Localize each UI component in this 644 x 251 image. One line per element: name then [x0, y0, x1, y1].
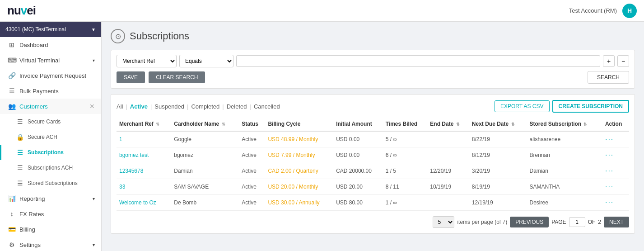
- sidebar-item-label: Customers: [19, 103, 48, 110]
- search-field-select[interactable]: Merchant Ref Cardholder Name Status: [117, 55, 177, 67]
- sidebar-item-billing[interactable]: 💳 Billing: [0, 222, 101, 237]
- stored-subscription-cell: Brennan: [527, 147, 602, 163]
- sidebar-item-fx-rates[interactable]: ↕ FX Rates: [0, 206, 101, 222]
- action-menu-button[interactable]: ···: [605, 199, 614, 206]
- action-menu-button[interactable]: ···: [605, 167, 614, 175]
- sidebar-item-label: Subscriptions ACH: [28, 165, 73, 171]
- sidebar-item-subscriptions-ach[interactable]: ☰ Subscriptions ACH: [0, 160, 101, 175]
- billing-cycle-cell: USD 7.99 / Monthly: [265, 147, 333, 163]
- of-label: OF: [588, 219, 596, 225]
- close-icon[interactable]: ✕: [89, 103, 95, 110]
- status-cell: Active: [239, 163, 265, 179]
- sidebar-item-dashboard[interactable]: ⊞ Dashboard: [0, 37, 101, 52]
- merchant-ref-cell[interactable]: 12345678: [117, 163, 171, 179]
- sort-icon: ⇅: [456, 122, 460, 127]
- sidebar-item-bulk-payments[interactable]: ☰ Bulk Payments: [0, 83, 101, 99]
- sidebar-item-label: Bulk Payments: [19, 88, 59, 95]
- top-header: nuvei Test Account (RM) H: [0, 0, 644, 22]
- page-title-bar: ⊙ Subscriptions: [111, 29, 635, 43]
- pagination: 5 10 25 items per page (of 7) PREVIOUS P…: [117, 216, 629, 228]
- filter-all[interactable]: All: [117, 103, 123, 110]
- main-content: ⊙ Subscriptions Merchant Ref Cardholder …: [102, 22, 644, 251]
- sidebar-item-label: Invoice Payment Request: [19, 72, 86, 79]
- col-billing-cycle: Billing Cycle: [265, 117, 333, 131]
- terminal-selector[interactable]: 43001 (MC) TestTerminal ▼: [0, 22, 101, 37]
- virtual-terminal-icon: ⌨: [8, 57, 16, 64]
- bulk-payments-icon: ☰: [8, 87, 16, 95]
- sidebar-item-label: Virtual Terminal: [19, 57, 60, 64]
- subscriptions-ach-icon: ☰: [16, 164, 24, 171]
- action-menu-button[interactable]: ···: [605, 183, 614, 190]
- stored-subscription-cell: Desiree: [527, 195, 602, 211]
- initial-amount-cell: CAD 20000.00: [333, 163, 383, 179]
- chevron-down-icon: ▾: [93, 58, 95, 63]
- table-row: bgomez test bgomez Active USD 7.99 / Mon…: [117, 147, 629, 163]
- sidebar-item-customers[interactable]: 👥 Customers ✕: [0, 99, 101, 114]
- search-button[interactable]: SEARCH: [588, 71, 629, 84]
- merchant-ref-cell[interactable]: Welcome to Oz: [117, 195, 171, 211]
- filter-active[interactable]: Active: [130, 103, 148, 110]
- times-billed-cell: 8 / 11: [383, 179, 428, 195]
- table-row: 1 Goggle Active USD 48.99 / Monthly USD …: [117, 131, 629, 147]
- filter-deleted[interactable]: Deleted: [227, 103, 247, 110]
- search-value-input[interactable]: [236, 55, 600, 67]
- action-cell[interactable]: ···: [602, 179, 629, 195]
- sidebar-item-secure-ach[interactable]: 🔒 Secure ACH: [0, 129, 101, 145]
- sidebar-item-invoice[interactable]: 🔗 Invoice Payment Request: [0, 68, 101, 83]
- filter-completed[interactable]: Completed: [191, 103, 219, 110]
- export-csv-button[interactable]: EXPORT AS CSV: [495, 100, 550, 112]
- page-title-icon: ⊙: [111, 29, 125, 43]
- times-billed-cell: 1 / ∞: [383, 195, 428, 211]
- search-operator-select[interactable]: Equals Contains Starts With: [179, 55, 233, 67]
- pagination-info: items per page (of 7): [457, 219, 507, 225]
- items-per-page-select[interactable]: 5 10 25: [433, 216, 454, 228]
- action-cell[interactable]: ···: [602, 163, 629, 179]
- table-header-row: Merchant Ref ⇅ Cardholder Name ⇅ Status …: [117, 117, 629, 131]
- merchant-ref-cell[interactable]: 1: [117, 131, 171, 147]
- sidebar-item-reporting[interactable]: 📊 Reporting ▾: [0, 191, 101, 206]
- sidebar-item-virtual-terminal[interactable]: ⌨ Virtual Terminal ▾: [0, 52, 101, 68]
- action-menu-button[interactable]: ···: [605, 151, 614, 159]
- settings-icon: ⚙: [8, 241, 16, 248]
- sidebar-item-secure-cards[interactable]: ☰ Secure Cards: [0, 114, 101, 129]
- next-due-date-cell: 3/20/19: [469, 163, 527, 179]
- merchant-ref-cell[interactable]: bgomez test: [117, 147, 171, 163]
- col-cardholder-name: Cardholder Name ⇅: [171, 117, 239, 131]
- col-times-billed: Times Billed: [383, 117, 428, 131]
- sidebar-item-subscriptions[interactable]: ☰ Subscriptions: [0, 145, 101, 160]
- avatar[interactable]: H: [622, 4, 637, 18]
- action-menu-button[interactable]: ···: [605, 135, 614, 143]
- col-end-date: End Date ⇅: [427, 117, 469, 131]
- stored-subscriptions-icon: ☰: [16, 180, 24, 187]
- merchant-ref-cell[interactable]: 33: [117, 179, 171, 195]
- initial-amount-cell: USD 80.00: [333, 195, 383, 211]
- subscriptions-icon: ☰: [16, 149, 24, 156]
- next-due-date-cell: 8/19/19: [469, 179, 527, 195]
- stored-subscription-cell: alishaarenee: [527, 131, 602, 147]
- secure-cards-icon: ☰: [16, 118, 24, 125]
- sidebar-item-stored-subscriptions[interactable]: ☰ Stored Subscriptions: [0, 175, 101, 191]
- action-cell[interactable]: ···: [602, 147, 629, 163]
- previous-page-button[interactable]: PREVIOUS: [510, 217, 549, 227]
- dashboard-icon: ⊞: [8, 41, 16, 48]
- sort-icon: ⇅: [222, 122, 225, 127]
- filter-suspended[interactable]: Suspended: [154, 103, 184, 110]
- sidebar-item-settings[interactable]: ⚙ Settings ▾: [0, 237, 101, 251]
- create-subscription-button[interactable]: CREATE SUBSCRIPTION: [552, 100, 629, 113]
- end-date-cell: [427, 147, 469, 163]
- save-button[interactable]: SAVE: [117, 71, 145, 83]
- sidebar-item-label: Secure ACH: [28, 134, 57, 140]
- clear-search-button[interactable]: CLEAR SEARCH: [149, 71, 205, 83]
- add-filter-button[interactable]: +: [603, 55, 615, 67]
- remove-filter-button[interactable]: −: [617, 55, 629, 67]
- table-toolbar: All | Active | Suspended | Completed | D…: [117, 100, 629, 113]
- filter-cancelled[interactable]: Cancelled: [254, 103, 280, 110]
- subscriptions-table: Merchant Ref ⇅ Cardholder Name ⇅ Status …: [117, 117, 629, 211]
- next-page-button[interactable]: NEXT: [604, 217, 629, 227]
- chevron-down-icon: ▾: [93, 242, 95, 247]
- action-cell[interactable]: ···: [602, 131, 629, 147]
- end-date-cell: 10/19/19: [427, 179, 469, 195]
- table-row: 33 SAM SAVAGE Active USD 20.00 / Monthly…: [117, 179, 629, 195]
- action-cell[interactable]: ···: [602, 195, 629, 211]
- current-page-input[interactable]: [569, 217, 585, 227]
